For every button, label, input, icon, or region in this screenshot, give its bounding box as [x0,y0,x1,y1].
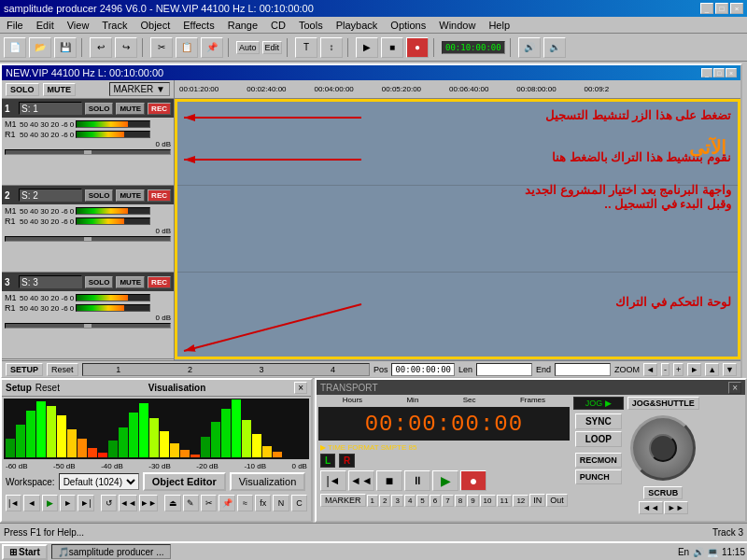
track-1-solo[interactable]: SOLO [85,103,114,115]
recmon-button[interactable]: RECMON [575,453,622,468]
paste-button[interactable]: 📌 [201,37,223,58]
t-play-btn[interactable]: ▶ [432,470,458,491]
play-button[interactable]: ▶ [356,37,378,58]
zoom-track[interactable]: 1 2 3 4 [82,363,370,376]
menu-object[interactable]: Object [137,20,173,31]
global-mute-button[interactable]: MUTE [43,83,77,96]
track-2-pan[interactable] [5,236,171,242]
track-1-mute[interactable]: MUTE [116,103,145,115]
project-minimize[interactable]: _ [701,68,712,77]
t-rewind-start-btn[interactable]: |◄ [320,470,346,491]
zoom-4[interactable]: 4 [331,365,335,374]
track-lane-1[interactable] [175,99,740,186]
vol-down-button[interactable]: 🔉 [543,37,566,58]
track-2-solo[interactable]: SOLO [85,189,114,202]
paste-ctrl-btn[interactable]: 📌 [218,495,234,511]
zoom-in-btn[interactable]: ► [687,363,701,376]
track-1-fader1[interactable] [76,120,150,128]
global-solo-button[interactable]: SOLO [6,83,39,96]
menu-tools[interactable]: Tools [296,20,326,31]
track-lane-3[interactable] [175,273,740,359]
track-3-rec[interactable]: REC [148,276,171,288]
marker-9[interactable]: 9 [467,495,478,507]
track-2-fader1[interactable] [76,207,150,215]
track-2-fader2[interactable] [76,217,150,225]
out-button[interactable]: Out [546,494,568,507]
pos-value[interactable]: 00:00:00:00 [391,363,455,376]
track-1-name[interactable]: S: 1 [19,102,82,115]
redo-button[interactable]: ↪ [115,37,137,58]
track-2-rec[interactable]: REC [148,189,171,202]
track-3-fader1[interactable] [76,294,150,301]
punch-button[interactable]: PUNCH [575,469,622,484]
zoom-minus-btn[interactable]: - [661,363,669,376]
track-3-pan[interactable] [5,323,171,329]
zoom-2[interactable]: 2 [188,365,192,374]
play-ctrl-btn[interactable]: ▶ [42,495,58,511]
scrub-button[interactable]: SCRUB [643,486,683,499]
menu-file[interactable]: File [4,20,26,31]
zoom-1[interactable]: 1 [116,365,120,374]
minimize-button[interactable]: _ [700,3,713,14]
menu-edit[interactable]: Edit [34,20,57,31]
loop-ctrl-btn[interactable]: ↺ [101,495,117,511]
len-value[interactable] [476,363,532,376]
track-2-name[interactable]: S: 2 [19,189,82,202]
maximize-button[interactable]: □ [715,3,728,14]
menu-effects[interactable]: Effects [180,20,217,31]
marker-8[interactable]: 8 [455,495,466,507]
track-1-fader2[interactable] [76,131,150,138]
stop-button[interactable]: ■ [381,37,403,58]
project-close[interactable]: × [726,68,737,77]
fwd-end-btn[interactable]: ►| [78,495,93,511]
menu-cd[interactable]: CD [268,20,289,31]
menu-range[interactable]: Range [225,20,261,31]
normalize-btn[interactable]: N [273,495,289,511]
menu-playback[interactable]: Playback [333,20,381,31]
next-track-btn[interactable]: ►► [139,495,158,511]
panel-close-btn[interactable]: × [294,382,307,394]
cut-button[interactable]: ✂ [150,37,173,58]
comp-btn[interactable]: C [291,495,307,511]
track-3-mute[interactable]: MUTE [116,276,145,288]
marker-5[interactable]: 5 [416,495,428,507]
marker-2[interactable]: 2 [379,495,390,507]
next-btn[interactable]: ► [60,495,76,511]
sync-button[interactable]: SYNC [575,413,622,429]
zoom-in-button[interactable]: T [295,37,317,58]
taskbar-app-item[interactable]: 🎵 samplitude producer ... [51,544,171,559]
track-1-rec[interactable]: REC [148,103,171,115]
vol-up-button[interactable]: 🔊 [518,37,541,58]
menu-help[interactable]: Help [486,20,513,31]
auto-button[interactable]: Auto [236,41,260,54]
vscroll-up-btn[interactable]: ▲ [705,363,719,376]
edit-button[interactable]: Edit [262,41,283,54]
workspace-select[interactable]: Default (1024) [59,473,139,490]
marker-button[interactable]: MARKER [320,494,366,507]
setup-tab[interactable]: Setup [6,383,32,393]
menu-track[interactable]: Track [99,20,130,31]
visualization-button[interactable]: Visualization [230,472,306,491]
menu-options[interactable]: Options [388,20,429,31]
marker-3[interactable]: 3 [391,495,402,507]
fx-btn[interactable]: fx [255,495,271,511]
prev-track-btn[interactable]: ◄◄ [119,495,137,511]
transport-close-btn[interactable]: × [728,382,741,394]
open-button[interactable]: 📂 [29,37,51,58]
undo-button[interactable]: ↩ [90,37,112,58]
object-editor-button[interactable]: Object Editor [143,472,226,491]
new-button[interactable]: 📄 [4,37,26,58]
track-3-name[interactable]: S: 3 [19,275,82,288]
copy-button[interactable]: 📋 [176,37,198,58]
zoom-out-button[interactable]: ↕ [320,37,343,58]
track-1-pan[interactable] [5,149,171,155]
marker-10[interactable]: 10 [480,495,496,507]
track-2-mute[interactable]: MUTE [116,189,145,202]
t-pause-btn[interactable]: ⏸ [404,470,430,491]
shuttle-right-btn[interactable]: ►► [664,501,688,514]
t-rewind-btn[interactable]: ◄◄ [348,470,374,491]
track-lane-2[interactable] [175,186,740,273]
reset-tab[interactable]: Reset [35,383,60,393]
save-button[interactable]: 💾 [54,37,77,58]
marker-12[interactable]: 12 [513,495,529,507]
